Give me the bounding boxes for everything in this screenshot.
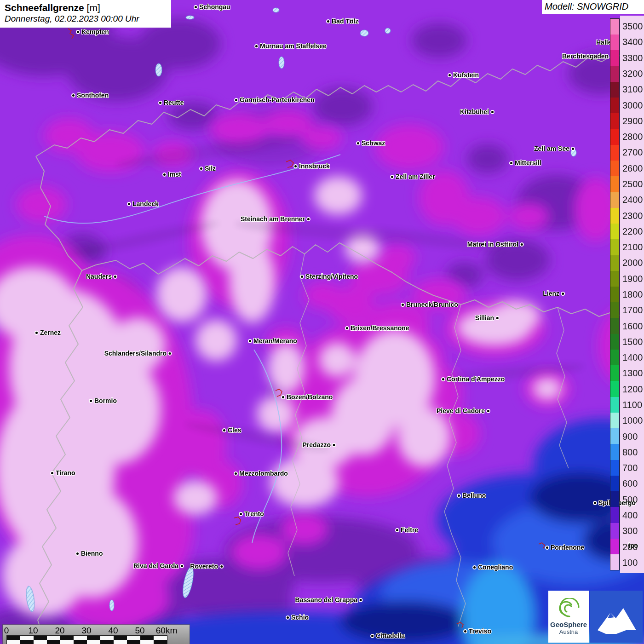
city-kitzb-hel: Kitzbühel xyxy=(460,109,496,115)
city-bad-t-lz: Bad Tölz xyxy=(325,18,358,24)
city-label: Schio xyxy=(291,614,309,621)
city-schio: Schio xyxy=(284,614,309,621)
city-dot xyxy=(76,30,80,34)
city-dot xyxy=(75,552,80,556)
city-dot xyxy=(158,101,162,105)
city-mittersill: Mittersill xyxy=(508,160,541,166)
city-label: Silz xyxy=(205,165,216,172)
city-dot xyxy=(254,44,259,48)
city-label: Conegliano xyxy=(478,564,513,570)
colorbar-segment-3300 xyxy=(610,50,619,66)
colorbar-value: 200 xyxy=(622,541,638,552)
scale-tick-6: 60km xyxy=(156,626,177,636)
colorbar-segment-2700 xyxy=(610,145,619,161)
map-title: Schneefallgrenze xyxy=(5,2,84,13)
colorbar-segment-3000 xyxy=(610,98,619,113)
city-dot xyxy=(199,167,203,171)
city-bienno: Bienno xyxy=(74,550,103,557)
colorbar-value: 1200 xyxy=(622,384,643,394)
city-dot xyxy=(520,242,524,247)
city-rovereto: Rovereto xyxy=(190,563,225,569)
city-label: Zell am See xyxy=(534,145,569,152)
city-label: Belluno xyxy=(462,492,486,499)
city-dot xyxy=(401,303,405,307)
colorbar-labels: 3500340033003200310030002900280027002600… xyxy=(622,18,644,570)
map-title-line: Schneefallgrenze [m] xyxy=(5,2,167,13)
title-box: Schneefallgrenze [m] Donnerstag, 02.02.2… xyxy=(0,0,171,28)
colorbar-segment-2000 xyxy=(610,255,619,271)
city-zernez: Zernez xyxy=(33,329,61,336)
colorbar-value: 600 xyxy=(622,478,638,489)
colorbar-value: 2000 xyxy=(622,258,643,268)
city-label: Feltre xyxy=(401,527,418,533)
colorbar-value: 100 xyxy=(622,557,638,568)
city-dot xyxy=(194,5,198,9)
colorbar-segment-900 xyxy=(610,428,619,444)
city-dot xyxy=(219,564,224,569)
colorbar-segment-2800 xyxy=(610,129,619,145)
city-label: Zernez xyxy=(40,329,61,336)
city-label: Bormio xyxy=(94,397,117,404)
colorbar-segment-2100 xyxy=(610,239,619,255)
colorbar-value: 2700 xyxy=(622,147,643,158)
city-belluno: Belluno xyxy=(455,492,486,499)
colorbar-segment-1500 xyxy=(610,334,619,350)
city-label: Nauders xyxy=(86,273,112,280)
colorbar-value: 700 xyxy=(622,463,638,473)
city-label: Cittadella xyxy=(376,632,405,639)
city-dot xyxy=(472,565,477,569)
city-dot xyxy=(345,326,349,330)
city-dot xyxy=(89,399,93,403)
colorbar-segment-1000 xyxy=(610,413,619,428)
city-dot xyxy=(486,409,490,413)
city-label: Reutte xyxy=(164,99,184,106)
map-datetime: Donnerstag, 02.02.2023 00:00 Uhr xyxy=(5,14,167,24)
colorbar-value: 3300 xyxy=(622,52,643,63)
city-dot xyxy=(370,634,374,638)
snowfall-limit-map: SchongauBad TölzKemptenMurnau am Staffel… xyxy=(0,0,644,644)
city-matrei-in-osttirol: Matrei in Osttirol xyxy=(467,241,525,247)
city-dot xyxy=(326,19,330,23)
scale-bar: 0102030405060km xyxy=(3,625,190,644)
model-label: Modell: SNOWGRID xyxy=(542,0,644,14)
city-label: Schongau xyxy=(199,4,230,10)
scale-tick-4: 40 xyxy=(108,626,118,636)
city-dot xyxy=(71,93,75,98)
city-dot xyxy=(248,339,252,343)
colorbar-segment-300 xyxy=(610,523,619,539)
city-tirano: Tirano xyxy=(49,470,75,476)
city-treviso: Treviso xyxy=(462,628,491,634)
city-dot xyxy=(545,546,549,550)
city-label: Sterzing/Vipiteno xyxy=(305,273,358,280)
map-title-unit: [m] xyxy=(87,2,100,13)
city-dot xyxy=(356,141,360,145)
colorbar-value: 2600 xyxy=(622,163,643,173)
colorbar-value: 1300 xyxy=(622,368,643,379)
city-dot xyxy=(390,175,394,179)
city-dot xyxy=(168,351,172,356)
colorbar-value: 2500 xyxy=(622,179,643,190)
city-murnau-am-staffelsee: Murnau am Staffelsee xyxy=(253,43,327,49)
city-label: Zell am Ziller xyxy=(396,173,435,180)
city-dot xyxy=(495,316,500,320)
city-dot xyxy=(306,217,310,221)
city-label: Bad Tölz xyxy=(332,18,358,24)
colorbar-value: 1600 xyxy=(622,321,643,331)
city-label: Predazzo xyxy=(303,442,331,448)
city-label: Rovereto xyxy=(190,563,218,569)
city-sonthofen: Sonthofen xyxy=(70,92,109,98)
colorbar-value: 1800 xyxy=(622,289,643,300)
city-dot xyxy=(180,564,184,568)
city-label: Kempten xyxy=(81,29,109,35)
city-label: Sonthofen xyxy=(77,92,109,98)
city-dot xyxy=(127,202,131,206)
colorbar-segment-2600 xyxy=(610,161,619,176)
city-label: Kufstein xyxy=(453,72,479,78)
city-label: Sillian xyxy=(475,315,494,321)
colorbar-value: 2900 xyxy=(622,115,643,126)
city-sillian: Sillian xyxy=(475,315,501,321)
colorbar-segment-2300 xyxy=(610,208,619,224)
city-conegliano: Conegliano xyxy=(471,564,513,570)
colorbar-segment-2400 xyxy=(610,192,619,208)
city-cortina-d-ampezzo: Cortina d'Ampezzo xyxy=(440,376,505,382)
